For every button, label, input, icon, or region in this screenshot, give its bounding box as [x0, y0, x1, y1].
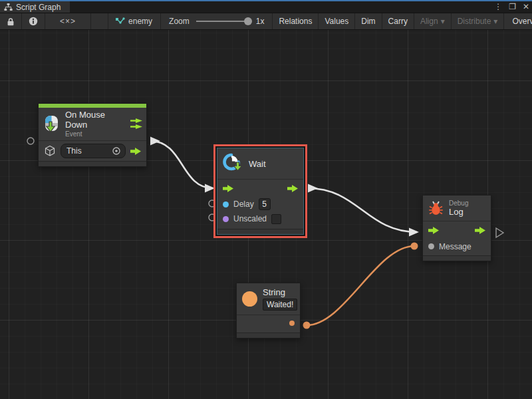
chevron-down-icon: ▾	[493, 17, 497, 26]
debug-bug-icon	[428, 201, 444, 215]
chevron-down-icon: ▾	[441, 17, 445, 26]
overview-button[interactable]: Overview	[504, 13, 532, 29]
kebab-menu-icon[interactable]: ⋮	[494, 1, 502, 13]
target-field[interactable]: This	[61, 144, 126, 158]
wire-start-arrowhead	[150, 137, 160, 146]
node-wait[interactable]: Wait Delay 5	[217, 148, 304, 235]
close-icon[interactable]: ✕	[523, 1, 529, 13]
node-title: String	[263, 287, 297, 297]
delay-input[interactable]: 5	[259, 198, 271, 210]
script-graph-window: Script Graph ⋮ ❐ ✕ <×>	[0, 0, 532, 399]
info-icon	[29, 17, 38, 26]
wire-onmousedown-to-wait[interactable]	[150, 141, 213, 188]
flow-output-arrow-icon[interactable]	[475, 227, 485, 234]
node-debug-log[interactable]: Debug Log Message	[422, 195, 491, 261]
node-footer	[237, 332, 300, 338]
tab-bar: Script Graph ⋮ ❐ ✕	[0, 1, 532, 13]
unconnected-flow-output[interactable]	[496, 228, 503, 237]
flow-input-arrow-icon[interactable]	[223, 185, 233, 192]
flow-output-arrow-icon[interactable]	[287, 185, 298, 192]
unscaled-checkbox[interactable]	[271, 214, 281, 224]
event-trigger-output-icon[interactable]	[130, 118, 142, 129]
wait-timer-icon	[223, 153, 243, 174]
relations-button[interactable]: Relations	[273, 13, 319, 29]
tab-title: Script Graph	[16, 3, 61, 12]
distribute-button[interactable]: Distribute ▾	[452, 13, 505, 29]
tab-script-graph[interactable]: Script Graph	[0, 1, 70, 13]
code-icon: <×>	[60, 17, 76, 26]
graph-reference[interactable]: enemy	[108, 13, 161, 29]
wire-start-dot	[303, 322, 311, 329]
align-button[interactable]: Align ▾	[414, 13, 452, 29]
node-string[interactable]: String Waited!	[236, 283, 301, 338]
node-title: Log	[449, 207, 485, 217]
info-button[interactable]	[22, 13, 45, 29]
message-label: Message	[439, 242, 471, 251]
mouse-down-icon	[43, 115, 60, 133]
graph-icon	[115, 17, 125, 26]
unscaled-label: Unscaled	[233, 214, 267, 223]
zoom-slider[interactable]	[196, 21, 251, 22]
node-subtitle: Event	[65, 130, 125, 138]
bool-port[interactable]	[223, 216, 229, 222]
float-port[interactable]	[223, 201, 229, 207]
node-footer	[39, 161, 146, 166]
wire-wait-to-log[interactable]	[308, 188, 417, 232]
dim-button[interactable]: Dim	[355, 13, 382, 29]
node-title: On Mouse Down	[65, 110, 125, 130]
node-title: Wait	[249, 159, 266, 169]
dim-label: Dim	[361, 17, 375, 26]
node-group: Debug	[449, 200, 485, 207]
unconnected-port-target[interactable]	[27, 138, 34, 144]
node-footer	[423, 255, 491, 261]
delay-value: 5	[262, 200, 267, 209]
object-picker-icon[interactable]	[112, 146, 121, 156]
string-value-input[interactable]: Waited!	[263, 299, 297, 311]
window-controls: ⋮ ❐ ✕	[494, 1, 529, 13]
toolbar-spacer	[91, 13, 108, 29]
node-on-mouse-down[interactable]: On Mouse Down Event This	[38, 103, 147, 167]
relations-label: Relations	[279, 17, 312, 26]
carry-label: Carry	[388, 17, 408, 26]
lock-icon	[7, 17, 15, 26]
flow-output-arrow-icon[interactable]	[130, 148, 141, 155]
wire-start-arrowhead	[308, 184, 318, 193]
wire-end-arrowhead	[409, 228, 419, 237]
maximize-icon[interactable]: ❐	[509, 1, 516, 13]
message-port[interactable]	[428, 243, 434, 249]
selection-outline-wait: Wait Delay 5	[213, 144, 307, 238]
graph-canvas[interactable]: On Mouse Down Event This	[0, 30, 532, 399]
zoom-label: Zoom	[169, 17, 190, 26]
values-label: Values	[325, 17, 348, 26]
overview-label: Overview	[512, 17, 532, 26]
string-value: Waited!	[267, 300, 293, 309]
gameobject-cube-icon	[44, 145, 56, 157]
wire-end-dot	[411, 243, 418, 250]
graph-name: enemy	[128, 17, 152, 26]
flow-input-arrow-icon[interactable]	[428, 227, 439, 234]
node-footer	[217, 229, 303, 234]
values-button[interactable]: Values	[319, 13, 355, 29]
align-label: Align	[420, 17, 438, 26]
string-output-port[interactable]	[289, 321, 295, 326]
carry-button[interactable]: Carry	[382, 13, 414, 29]
graph-toolbar: <×> enemy Zoom 1x Relations Values Dim C…	[0, 13, 532, 30]
lock-button[interactable]	[0, 13, 22, 29]
delay-label: Delay	[233, 200, 254, 209]
wire-string-to-message[interactable]	[307, 246, 414, 325]
hierarchy-icon	[4, 3, 13, 11]
target-value: This	[66, 146, 112, 156]
distribute-label: Distribute	[458, 17, 491, 26]
string-literal-icon	[242, 291, 257, 307]
code-view-button[interactable]: <×>	[45, 13, 91, 29]
zoom-slider-handle[interactable]	[244, 17, 252, 25]
zoom-value: 1x	[256, 17, 265, 26]
zoom-control: Zoom 1x	[161, 13, 273, 29]
